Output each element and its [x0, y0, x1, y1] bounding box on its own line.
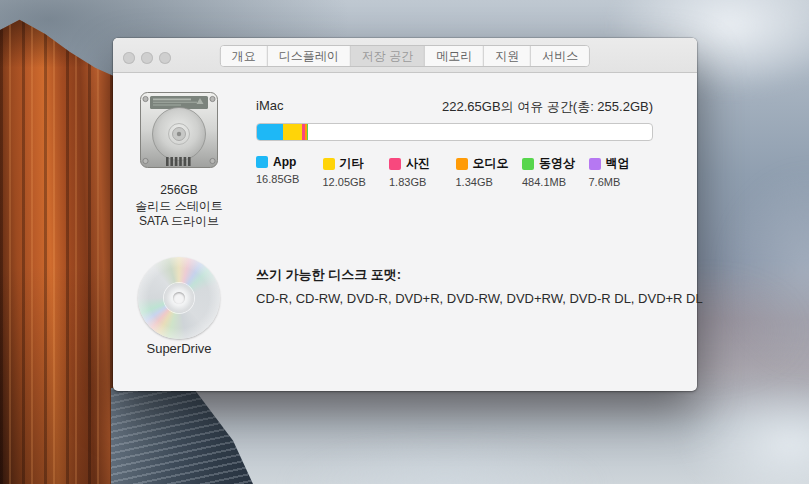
- legend-swatch: [389, 158, 401, 170]
- legend-item-movies: 동영상 484.1MB: [522, 155, 589, 188]
- legend-swatch: [522, 158, 534, 170]
- legend-swatch: [256, 156, 268, 168]
- legend-size: 16.85GB: [256, 173, 323, 185]
- legend-size: 7.6MB: [589, 176, 656, 188]
- legend-swatch: [456, 158, 468, 170]
- minimize-button[interactable]: [141, 52, 153, 64]
- legend-size: 1.83GB: [389, 176, 456, 188]
- drive-label: 256GB 솔리드 스테이트 SATA 드라이브: [113, 183, 245, 230]
- about-this-mac-window: 개요디스플레이저장 공간메모리지원서비스: [113, 38, 697, 391]
- legend-item-other: 기타 12.05GB: [323, 155, 390, 188]
- storage-usage-bar: [256, 123, 653, 141]
- zoom-button[interactable]: [159, 52, 171, 64]
- close-button[interactable]: [123, 52, 135, 64]
- usage-segment-movies: [307, 124, 308, 140]
- tab-overview[interactable]: 개요: [221, 46, 268, 66]
- legend-size: 1.34GB: [456, 176, 523, 188]
- desktop-wallpaper: 개요디스플레이저장 공간메모리지원서비스: [0, 0, 809, 484]
- usage-segment-other: [283, 124, 302, 140]
- el-capitan-cliff: [0, 0, 122, 484]
- tab-support[interactable]: 지원: [484, 46, 531, 66]
- disc-formats-list: CD-R, CD-RW, DVD-R, DVD+R, DVD-RW, DVD+R…: [256, 291, 703, 306]
- legend-item-backups: 백업 7.6MB: [589, 155, 656, 188]
- legend-label: 동영상: [539, 155, 575, 172]
- disc-formats-title: 쓰기 가능한 디스크 포맷:: [256, 266, 401, 284]
- legend-label: App: [273, 155, 296, 169]
- free-space-text: 222.65GB의 여유 공간(총: 255.2GB): [442, 98, 653, 116]
- legend-size: 12.05GB: [323, 176, 390, 188]
- tab-memory[interactable]: 메모리: [425, 46, 484, 66]
- tab-bar: 개요디스플레이저장 공간메모리지원서비스: [220, 45, 590, 67]
- storage-legend: App 16.85GB 기타 12.05GB 사진 1.83GB 오디오 1.3…: [256, 155, 655, 188]
- superdrive-disc-icon: [138, 257, 220, 339]
- device-name: iMac: [256, 98, 283, 116]
- legend-swatch: [589, 158, 601, 170]
- legend-item-app: App 16.85GB: [256, 155, 323, 188]
- hard-drive-icon: [139, 91, 219, 171]
- storage-header-row: iMac 222.65GB의 여유 공간(총: 255.2GB): [256, 98, 653, 116]
- legend-item-photos: 사진 1.83GB: [389, 155, 456, 188]
- legend-swatch: [323, 158, 335, 170]
- tab-displays[interactable]: 디스플레이: [268, 46, 351, 66]
- legend-item-audio: 오디오 1.34GB: [456, 155, 523, 188]
- tab-service[interactable]: 서비스: [531, 46, 589, 66]
- legend-label: 백업: [606, 155, 630, 172]
- legend-label: 사진: [406, 155, 430, 172]
- legend-size: 484.1MB: [522, 176, 589, 188]
- storage-tab-content: 256GB 솔리드 스테이트 SATA 드라이브 SuperDrive iMac…: [113, 73, 697, 391]
- window-titlebar[interactable]: 개요디스플레이저장 공간메모리지원서비스: [113, 38, 697, 73]
- usage-segment-app: [257, 124, 283, 140]
- tab-storage[interactable]: 저장 공간: [351, 46, 425, 66]
- superdrive-label: SuperDrive: [113, 341, 245, 356]
- legend-label: 오디오: [473, 155, 509, 172]
- legend-label: 기타: [340, 155, 364, 172]
